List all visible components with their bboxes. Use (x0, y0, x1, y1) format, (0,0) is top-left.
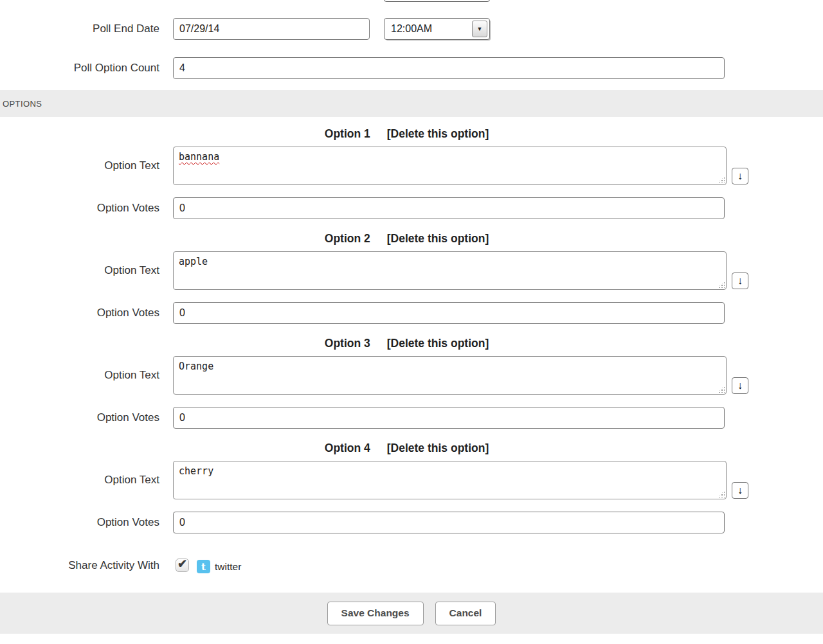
option-text-value: apple (179, 256, 208, 267)
delete-option-link[interactable]: [Delete this option] (387, 127, 489, 141)
move-option-down-button[interactable]: ↓ (732, 273, 748, 289)
checkmark-icon: ✔ (177, 557, 187, 571)
delete-option-link[interactable]: [Delete this option] (387, 337, 489, 350)
option-text-value: cherry (179, 465, 213, 477)
poll-end-time-value: 12:00AM (384, 23, 472, 35)
poll-option-count-input[interactable] (173, 57, 725, 79)
option-text-textarea[interactable]: bannana (173, 147, 727, 185)
option-votes-label: Option Votes (0, 407, 159, 429)
option-votes-label: Option Votes (0, 512, 159, 533)
cancel-button[interactable]: Cancel (435, 602, 496, 625)
option-text-label: Option Text (0, 147, 159, 185)
option-votes-input[interactable] (173, 407, 725, 429)
resize-grip[interactable] (718, 386, 725, 393)
truncated-field-above[interactable] (384, 0, 490, 2)
poll-end-date-input[interactable] (173, 18, 370, 40)
twitter-label: twitter (215, 560, 241, 573)
move-option-down-button[interactable]: ↓ (732, 482, 748, 499)
share-activity-label: Share Activity With (0, 555, 159, 577)
share-twitter-checkbox[interactable]: ✔ (176, 559, 189, 572)
options-section-bar: OPTIONS (0, 90, 823, 117)
option-text-value: Orange (179, 361, 213, 372)
resize-grip[interactable] (718, 490, 725, 497)
option-text-textarea[interactable]: Orange (173, 356, 727, 395)
option-text-label: Option Text (0, 461, 159, 499)
option-text-label: Option Text (0, 251, 159, 290)
poll-edit-form: Poll End Date 12:00AM ▼ Poll Option Coun… (0, 0, 823, 644)
option-votes-input[interactable] (173, 512, 725, 533)
save-changes-button[interactable]: Save Changes (327, 602, 424, 625)
resize-grip[interactable] (718, 176, 725, 183)
chevron-down-icon[interactable]: ▼ (472, 21, 487, 37)
option-title: Option 1 (325, 127, 370, 141)
poll-end-date-label: Poll End Date (0, 18, 159, 40)
poll-option-count-label: Poll Option Count (0, 57, 159, 79)
option-text-textarea[interactable]: cherry (173, 461, 727, 499)
option-votes-input[interactable] (173, 302, 725, 324)
option-votes-label: Option Votes (0, 302, 159, 324)
options-section-title: OPTIONS (0, 99, 42, 109)
option-text-label: Option Text (0, 356, 159, 395)
footer-bar: Save Changes Cancel (0, 593, 823, 634)
resize-grip[interactable] (718, 281, 725, 288)
delete-option-link[interactable]: [Delete this option] (387, 232, 489, 246)
poll-end-time-select[interactable]: 12:00AM ▼ (384, 18, 490, 40)
option-title: Option 3 (325, 337, 370, 350)
option-text-value: bannana (179, 151, 219, 163)
delete-option-link[interactable]: [Delete this option] (387, 442, 489, 455)
option-title: Option 2 (325, 232, 370, 246)
option-title: Option 4 (325, 442, 370, 455)
option-votes-input[interactable] (173, 197, 725, 219)
move-option-down-button[interactable]: ↓ (732, 377, 748, 394)
twitter-icon: t (197, 560, 210, 573)
move-option-down-button[interactable]: ↓ (732, 168, 748, 184)
option-votes-label: Option Votes (0, 197, 159, 219)
option-text-textarea[interactable]: apple (173, 251, 727, 290)
